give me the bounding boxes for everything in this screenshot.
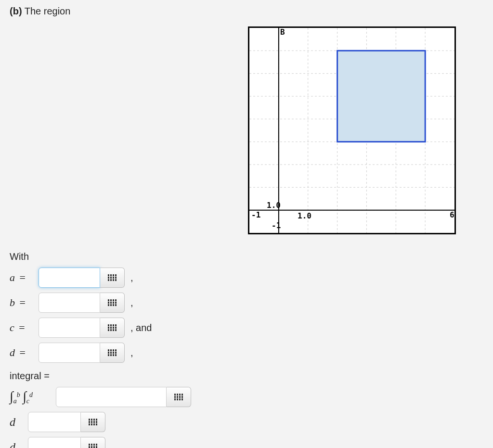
tail-a: ,	[130, 272, 133, 283]
question-heading: (b) The region	[10, 6, 70, 17]
keypad-icon	[108, 274, 117, 281]
label-b: b	[10, 296, 15, 308]
row-a: a = ,	[10, 265, 152, 290]
keypad-icon	[108, 299, 117, 306]
keypad-icon	[174, 394, 183, 400]
with-label: With	[10, 251, 152, 262]
keypad-icon	[89, 419, 98, 425]
axis-top-label: B	[280, 28, 285, 37]
row-b: b = ,	[10, 290, 152, 315]
label-c: c	[10, 321, 14, 333]
keypad-icon	[108, 349, 117, 356]
svg-text:6: 6	[450, 210, 454, 219]
svg-rect-16	[337, 51, 426, 141]
input-d0[interactable]	[28, 412, 81, 432]
keypad-button-d1[interactable]	[81, 437, 105, 448]
row-c: c = , and	[10, 315, 152, 340]
d-row-0: d	[10, 410, 191, 435]
input-d[interactable]	[39, 343, 100, 363]
region-plot: 1.0 1.0 -1 -1 6 B	[248, 26, 456, 234]
input-b[interactable]	[39, 293, 100, 313]
tail-b: ,	[130, 297, 133, 308]
input-integrand[interactable]	[56, 387, 167, 407]
tail-c: , and	[130, 322, 152, 333]
plot-svg: 1.0 1.0 -1 -1 6 B	[249, 28, 454, 233]
keypad-icon	[108, 324, 117, 331]
svg-text:1.0: 1.0	[267, 201, 281, 210]
keypad-button-c[interactable]	[100, 318, 125, 338]
input-d1[interactable]	[28, 437, 81, 448]
svg-text:1.0: 1.0	[298, 211, 311, 220]
integral-row: ∫ab ∫cd	[10, 384, 191, 410]
integral-label: integral =	[10, 371, 191, 382]
label-d: d	[10, 346, 15, 358]
d-label-0: d	[10, 416, 26, 429]
heading-text: The region	[25, 6, 71, 16]
keypad-button-d0[interactable]	[81, 412, 105, 432]
integral-symbol: ∫ab ∫cd	[10, 389, 54, 405]
row-d: d = ,	[10, 340, 152, 365]
tail-d: ,	[130, 347, 133, 358]
keypad-button-b[interactable]	[100, 293, 125, 313]
svg-text:-1: -1	[251, 210, 260, 219]
d-label-1: d	[10, 441, 26, 448]
input-a[interactable]	[39, 268, 100, 288]
svg-text:-1: -1	[272, 221, 281, 230]
keypad-button-d[interactable]	[100, 343, 125, 363]
keypad-icon	[89, 444, 98, 448]
d-row-1: d	[10, 435, 191, 448]
heading-part: (b)	[10, 6, 22, 16]
keypad-button-integrand[interactable]	[167, 387, 191, 407]
label-a: a	[10, 271, 15, 283]
input-c[interactable]	[39, 318, 100, 338]
keypad-button-a[interactable]	[100, 268, 125, 288]
